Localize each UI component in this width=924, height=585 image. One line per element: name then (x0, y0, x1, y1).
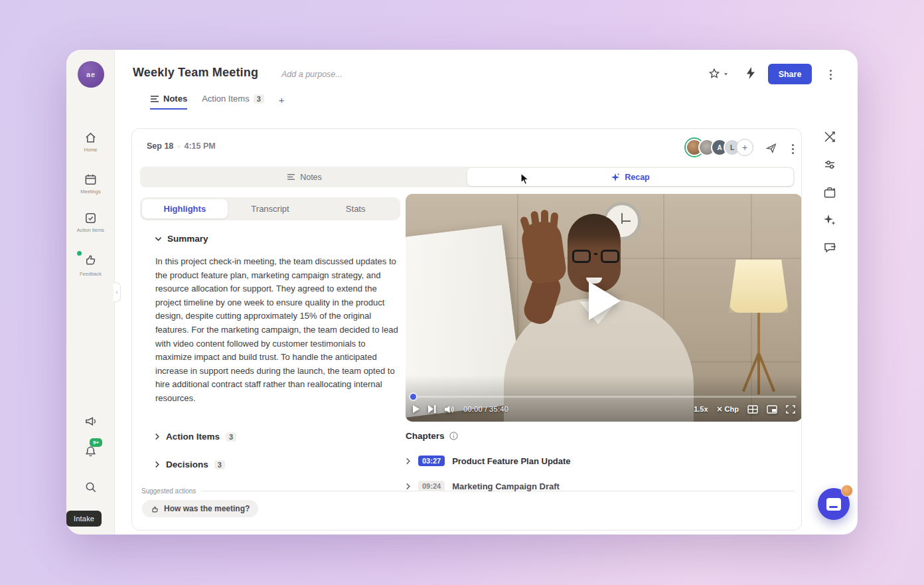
favorite-button[interactable] (708, 67, 729, 80)
sliders-icon (823, 158, 836, 171)
toggle-notes[interactable]: Notes (141, 168, 467, 186)
volume-icon[interactable] (445, 405, 455, 414)
sidebar-item-meetings[interactable]: Meetings (66, 173, 115, 195)
tab-label: Notes (163, 94, 187, 104)
recap-tabs: Highlights Transcript Stats (140, 197, 400, 220)
tab-stats[interactable]: Stats (313, 199, 398, 218)
sparkles-icon (823, 213, 836, 226)
meeting-meta: Sep 18 · 4:15 PM (147, 141, 216, 151)
fullscreen-icon[interactable] (786, 405, 795, 414)
chapter-row[interactable]: 03:27 Product Feature Plan Update (406, 456, 571, 466)
workspace-logo[interactable]: ae (78, 61, 104, 88)
comment-edit-icon (823, 241, 836, 254)
video-timestamp: 00:00 / 35:40 (463, 405, 508, 413)
chapters-toggle-button[interactable]: Chp (717, 405, 739, 413)
send-icon (765, 142, 777, 154)
recording-video-player[interactable]: 00:00 / 35:40 1.5x Chp (406, 194, 802, 422)
skip-next-icon[interactable] (428, 405, 436, 413)
sidebar-item-home[interactable]: Home (66, 131, 115, 153)
list-icon (150, 95, 159, 103)
chapter-timestamp[interactable]: 09:24 (418, 481, 445, 491)
section-count-badge: 3 (226, 432, 236, 442)
apps-button[interactable] (823, 186, 836, 199)
sidebar-collapse-handle[interactable]: ‹ (114, 282, 121, 302)
thumbs-up-icon (151, 505, 159, 513)
play-icon[interactable] (412, 405, 420, 413)
chapter-grid-icon[interactable] (747, 405, 758, 414)
tab-highlights[interactable]: Highlights (142, 199, 228, 218)
playback-speed-button[interactable]: 1.5x (694, 405, 708, 413)
glasses (572, 250, 619, 263)
sparkle-icon (611, 173, 620, 182)
note-tabs: Notes Action Items 3 + (150, 94, 285, 110)
toggle-recap[interactable]: Recap (467, 168, 793, 186)
tools-shortcuts-button[interactable] (823, 130, 836, 143)
chat-agent-avatar-badge (841, 485, 853, 497)
tab-notes[interactable]: Notes (150, 94, 187, 110)
video-progress-bar[interactable] (411, 396, 797, 398)
summary-section-header[interactable]: Summary (155, 234, 208, 244)
video-controls: 00:00 / 35:40 1.5x Chp (412, 401, 795, 417)
action-items-count-badge: 3 (254, 94, 264, 104)
comments-button[interactable] (823, 241, 836, 254)
note-more-menu[interactable] (789, 141, 797, 157)
sidebar-item-label: Home (84, 147, 97, 153)
megaphone-icon (84, 414, 98, 428)
star-icon (708, 67, 721, 80)
meeting-time: 4:15 PM (184, 141, 215, 151)
sidebar-item-whats-new[interactable] (66, 414, 115, 428)
mouse-cursor (520, 173, 530, 186)
quick-actions-button[interactable] (745, 66, 757, 80)
chapter-timestamp[interactable]: 03:27 (418, 456, 445, 466)
cross-arrows-icon (823, 130, 836, 143)
sidebar-item-search[interactable] (66, 480, 115, 494)
chevron-right-icon (406, 458, 411, 465)
section-count-badge: 3 (214, 460, 225, 469)
sidebar-item-notifications[interactable]: 9+ (66, 444, 115, 461)
decisions-section-header[interactable]: Decisions 3 (155, 460, 225, 469)
sidebar-item-feedback[interactable]: Feedback (66, 252, 115, 277)
meeting-note-card: Sep 18 · 4:15 PM A L + Notes Recap (131, 128, 802, 531)
chapter-title: Product Feature Plan Update (452, 456, 570, 466)
share-button[interactable]: Share (768, 64, 812, 84)
video-controls-right: 1.5x Chp (694, 405, 795, 414)
sidebar-item-label: Meetings (80, 189, 100, 195)
send-note-button[interactable] (765, 142, 777, 157)
chevron-down-icon (723, 71, 729, 77)
add-attendee-button[interactable]: + (736, 139, 753, 156)
lightning-icon (745, 66, 757, 80)
summary-text: In this project check-in meeting, the te… (155, 255, 398, 406)
chat-icon (826, 498, 841, 511)
briefcase-icon (823, 186, 836, 199)
header-more-menu[interactable] (827, 67, 834, 82)
playhead[interactable] (410, 394, 416, 400)
action-items-section-header[interactable]: Action Items 3 (155, 432, 236, 442)
chapter-row[interactable]: 09:24 Marketing Campaign Draft (406, 481, 560, 491)
notifications-count-badge: 9+ (90, 438, 102, 447)
thumbs-up-icon (84, 252, 98, 266)
intake-tooltip[interactable]: Intake (66, 511, 102, 527)
play-overlay-button[interactable] (589, 282, 621, 320)
app-window: ae Home Meetings Action Items Feedback (66, 50, 858, 535)
rate-meeting-button[interactable]: How was the meeting? (142, 500, 258, 517)
settings-sliders-button[interactable] (823, 158, 836, 171)
add-tab-button[interactable]: + (279, 94, 285, 106)
ai-assistant-button[interactable] (823, 213, 836, 226)
chevron-right-icon (406, 483, 411, 490)
info-icon[interactable] (449, 432, 458, 440)
left-sidebar: ae Home Meetings Action Items Feedback (66, 50, 115, 535)
tab-action-items[interactable]: Action Items 3 (202, 94, 264, 108)
tab-transcript[interactable]: Transcript (228, 199, 313, 218)
sidebar-item-label: Action Items (77, 227, 104, 233)
purpose-placeholder[interactable]: Add a purpose... (281, 70, 343, 79)
sidebar-item-action-items[interactable]: Action Items (66, 211, 115, 233)
chevron-right-icon (155, 461, 160, 468)
chevron-down-icon (155, 236, 162, 242)
chapters-header: Chapters (406, 431, 458, 441)
summary-heading: Summary (167, 234, 208, 244)
checkbox-icon (84, 211, 98, 225)
floor-lamp (729, 260, 789, 313)
tab-label: Action Items (202, 94, 250, 104)
sidebar-item-label: Feedback (80, 271, 102, 277)
pip-icon[interactable] (767, 405, 777, 414)
